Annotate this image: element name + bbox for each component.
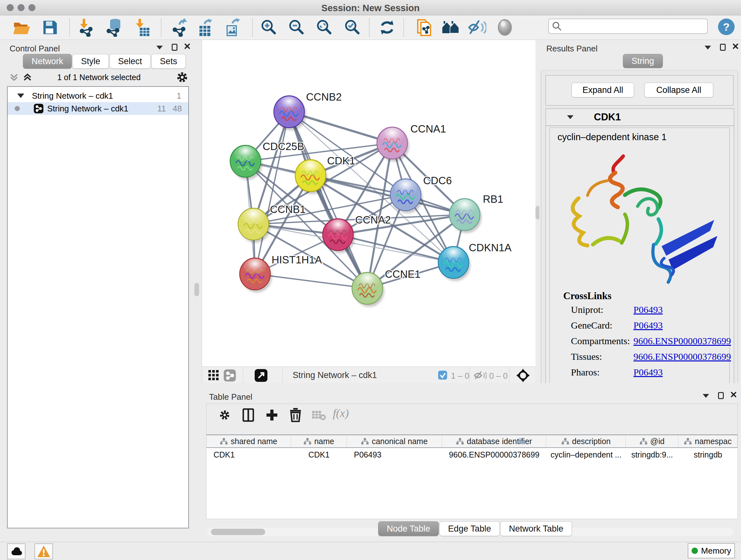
network-node-CCNA1[interactable]: CCNA1	[377, 123, 446, 162]
selected-checkbox-icon[interactable]	[438, 371, 447, 380]
memory-button[interactable]: Memory	[688, 543, 735, 558]
open-in-window-icon[interactable]	[255, 369, 267, 382]
expand-all-button[interactable]: Expand All	[571, 83, 634, 98]
open-file-icon[interactable]	[12, 18, 31, 37]
gene-section-header[interactable]: CDK1	[546, 109, 734, 126]
table-cell: stringdb	[678, 448, 738, 461]
export-network-icon[interactable]	[170, 18, 189, 37]
control-panel-close-icon[interactable]: ✕	[184, 43, 191, 50]
column-header-database-identifier[interactable]: database identifier	[442, 435, 546, 447]
tab-select[interactable]: Select	[110, 54, 151, 69]
show-columns-icon[interactable]	[239, 406, 258, 424]
string-document-icon[interactable]	[415, 18, 434, 37]
import-network-file-icon[interactable]	[77, 18, 96, 37]
column-header-@id[interactable]: @id	[626, 435, 678, 447]
control-panel-menu-icon[interactable]	[156, 46, 163, 50]
warnings-button[interactable]	[35, 543, 53, 559]
import-table-file-icon[interactable]	[133, 18, 152, 37]
export-table-icon[interactable]	[195, 18, 214, 37]
tab-style[interactable]: Style	[72, 54, 109, 69]
table-panel-close-icon[interactable]: ✕	[730, 391, 737, 398]
birdseye-toggle-icon[interactable]	[495, 18, 515, 37]
grid-view-icon[interactable]	[208, 370, 219, 381]
gene-collapse-icon[interactable]	[567, 115, 574, 119]
title-bar: Session: New Session	[0, 0, 741, 15]
birdseye-crosshair-icon[interactable]	[516, 368, 530, 382]
results-panel-float-icon[interactable]	[720, 44, 726, 51]
delete-table-icon[interactable]	[310, 406, 328, 424]
hidden-eye-icon	[474, 371, 487, 380]
crosslink-value[interactable]: 9606.ENSP00000378699	[633, 335, 731, 347]
table-options-gear-icon[interactable]	[215, 406, 234, 424]
collection-count: 1	[177, 91, 181, 101]
zoom-fit-icon[interactable]	[315, 18, 334, 37]
search-field[interactable]	[548, 18, 708, 34]
help-button[interactable]: ?	[718, 18, 735, 35]
refresh-layout-icon[interactable]	[378, 18, 397, 37]
crosslink-value[interactable]: P06493	[633, 367, 663, 378]
left-splitter-handle[interactable]	[194, 283, 199, 296]
tab-node-table[interactable]: Node Table	[378, 521, 439, 536]
column-type-icon	[304, 438, 311, 445]
results-panel-close-icon[interactable]: ✕	[732, 43, 739, 50]
zoom-selected-icon[interactable]	[343, 18, 362, 37]
collapse-all-icon[interactable]	[10, 72, 19, 82]
view-bar-separator	[282, 367, 283, 383]
memory-status-dot	[691, 548, 698, 554]
function-builder-icon[interactable]: f(x)	[333, 407, 349, 420]
save-session-icon[interactable]	[41, 18, 60, 37]
table-panel-menu-icon[interactable]	[703, 394, 709, 398]
crosslinks-list: Uniprot:P06493GeneCard:P06493Compartment…	[571, 304, 721, 382]
network-home-icon[interactable]	[441, 18, 461, 37]
crosslink-row: Compartments:9606.ENSP00000378699	[571, 335, 721, 351]
network-canvas[interactable]: CCNB2CCNA1CDC25BCDK1CDC6RB1CCNB1CCNA2CDK…	[202, 40, 536, 367]
control-panel: Control Panel ✕ NetworkStyleSelectSets 1…	[0, 40, 202, 542]
column-header-name[interactable]: name	[291, 435, 347, 447]
network-options-gear-icon[interactable]	[176, 71, 189, 84]
network-node-CCNA2[interactable]: CCNA2	[323, 214, 391, 253]
gene-description: cyclin–dependent kinase 1	[557, 132, 667, 142]
search-icon	[552, 21, 562, 31]
collection-expand-icon[interactable]	[17, 94, 24, 98]
network-node-HIST1H1A[interactable]: HIST1H1A	[240, 254, 322, 293]
control-panel-float-icon[interactable]	[172, 44, 178, 51]
crosslink-value[interactable]: 9606.ENSP00000378699	[633, 351, 731, 362]
network-collection-row[interactable]: String Network – cdk1 1	[8, 89, 188, 102]
network-node-CCNE1[interactable]: CCNE1	[352, 268, 421, 307]
network-selection-status: 1 of 1 Network selected	[38, 73, 159, 82]
expand-all-icon[interactable]	[23, 72, 32, 82]
network-row-selected[interactable]: String Network – cdk1 11 48	[8, 102, 188, 115]
hide-graphics-details-icon[interactable]	[468, 18, 487, 37]
crosslink-value[interactable]: P06493	[633, 304, 663, 315]
tab-sets[interactable]: Sets	[151, 54, 186, 69]
network-node-RB1[interactable]: RB1	[449, 193, 503, 233]
scrollbar-thumb[interactable]	[211, 529, 265, 535]
tab-edge-table[interactable]: Edge Table	[440, 521, 500, 536]
import-network-database-icon[interactable]	[105, 18, 124, 37]
export-image-icon[interactable]	[222, 18, 242, 37]
delete-column-icon[interactable]	[286, 406, 305, 424]
search-input[interactable]	[562, 21, 699, 31]
column-header-namespac[interactable]: namespac	[678, 435, 738, 447]
column-header-canonical-name[interactable]: canonical name	[347, 435, 442, 447]
crosslink-value[interactable]: P06493	[633, 320, 663, 331]
column-header-description[interactable]: description	[546, 435, 626, 447]
network-node-CDKN1A[interactable]: CDKN1A	[438, 242, 512, 281]
results-tab-string[interactable]: String	[623, 54, 663, 68]
column-label: namespac	[695, 437, 731, 446]
add-column-icon[interactable]	[263, 406, 281, 424]
cloud-status-button[interactable]	[7, 543, 25, 559]
column-header-shared-name[interactable]: shared name	[206, 435, 291, 447]
zoom-out-icon[interactable]	[287, 18, 307, 37]
table-row[interactable]: CDK1CDK1P064939606.ENSP00000378699cyclin…	[206, 448, 738, 461]
network-thumbnail-icon[interactable]	[224, 369, 236, 381]
tab-network[interactable]: Network	[23, 54, 72, 69]
collapse-all-button[interactable]: Collapse All	[644, 83, 713, 98]
results-panel-menu-icon[interactable]	[704, 46, 711, 50]
tab-network-table[interactable]: Network Table	[500, 521, 572, 536]
zoom-in-icon[interactable]	[259, 18, 279, 37]
table-panel-float-icon[interactable]	[718, 392, 724, 399]
network-node-CDK1[interactable]: CDK1	[295, 155, 355, 194]
network-graph[interactable]: CCNB2CCNA1CDC25BCDK1CDC6RB1CCNB1CCNA2CDK…	[202, 40, 536, 367]
network-node-CDC25B[interactable]: CDC25B	[230, 140, 304, 180]
